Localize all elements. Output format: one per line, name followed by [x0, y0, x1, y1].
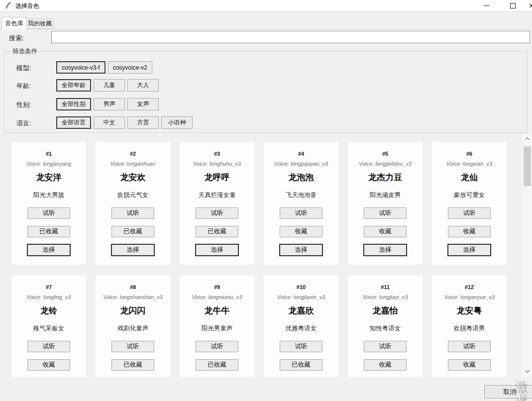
filter-option-button[interactable]: cosyvoice-v3-f: [56, 61, 106, 74]
close-button[interactable]: ✕: [527, 1, 532, 10]
listen-button[interactable]: 试听: [364, 207, 407, 219]
select-button[interactable]: 选择: [447, 244, 491, 256]
filter-section: 筛选条件 模型: cosyvoice-v3-fcosyvoice-v2 年龄: …: [4, 51, 528, 133]
voice-index: #6: [466, 151, 472, 157]
voice-index: #11: [381, 284, 390, 290]
voice-card: #12 Voice: longanyue_v3 龙安粤 欢脱粤语男 试听 收藏 …: [432, 275, 507, 377]
voice-name: 龙杰力豆: [368, 172, 402, 183]
voice-description: 豪放可爱女: [454, 191, 485, 200]
favorite-button[interactable]: 收藏: [280, 226, 322, 237]
listen-button[interactable]: 试听: [111, 207, 154, 219]
select-button[interactable]: 选择: [279, 244, 323, 256]
listen-button[interactable]: 试听: [448, 341, 491, 352]
filter-option-button[interactable]: 全部年龄: [56, 79, 91, 92]
voice-card: #10 Voice: longjiaxin_v3 龙嘉欣 优雅粤语女 试听 已收…: [264, 275, 338, 377]
filter-row-label: 模型:: [16, 64, 31, 73]
voice-index: #5: [382, 151, 388, 157]
filter-row: 性别: 全部性别男声女声: [4, 98, 527, 111]
voice-description: 阳光男童声: [202, 324, 233, 333]
search-input[interactable]: [51, 31, 530, 43]
cancel-button[interactable]: 取消: [484, 385, 532, 399]
listen-button[interactable]: 试听: [27, 341, 70, 352]
listen-button[interactable]: 试听: [280, 207, 322, 219]
voice-description: 阳光大男孩: [33, 191, 65, 200]
maximize-icon: [510, 3, 516, 8]
voice-card: #7 Voice: longling_v3 龙铃 稚气呆板女 试听 收藏 选择: [11, 275, 86, 377]
voice-card: #3 Voice: longhuhu_v3 龙呼呼 天真烂漫女童 试听 已收藏 …: [180, 142, 254, 265]
voice-description: 欢脱元气女: [117, 191, 149, 200]
chevron-up-icon: [525, 137, 530, 142]
voice-description: 戏剧化童声: [117, 324, 149, 333]
scrollbar-thumb[interactable]: [524, 146, 531, 186]
filter-option-button[interactable]: 大人: [127, 79, 159, 92]
filter-option-button[interactable]: cosyvoice-v2: [108, 61, 152, 74]
filter-options: 全部语言中文方言小语种: [56, 116, 193, 129]
favorite-button[interactable]: 收藏: [448, 226, 491, 237]
favorite-button[interactable]: 已收藏: [280, 359, 322, 371]
select-button[interactable]: 选择: [195, 244, 239, 256]
select-button[interactable]: 选择: [111, 244, 155, 256]
filter-option-button[interactable]: 方言: [127, 116, 159, 129]
voice-name: 龙嘉欣: [289, 305, 314, 316]
voice-index: #7: [46, 284, 52, 290]
favorite-button[interactable]: 已收藏: [27, 226, 70, 237]
listen-button[interactable]: 试听: [196, 341, 238, 352]
tab-voice-library[interactable]: 音色库: [1, 17, 27, 29]
scroll-down-button[interactable]: [523, 367, 532, 376]
filter-option-button[interactable]: 儿童: [94, 79, 125, 92]
scroll-up-button[interactable]: [523, 134, 532, 143]
favorite-button[interactable]: 收藏: [364, 226, 407, 237]
filter-option-button[interactable]: 全部语言: [56, 116, 91, 129]
filter-option-button[interactable]: 小语种: [161, 116, 193, 129]
filter-option-button[interactable]: 女声: [127, 98, 159, 110]
filter-options: 全部年龄儿童大人: [56, 79, 159, 92]
listen-button[interactable]: 试听: [196, 207, 238, 219]
select-button[interactable]: 选择: [363, 244, 407, 256]
tab-my-favorites[interactable]: 我的收藏: [27, 18, 53, 29]
favorite-button[interactable]: 已收藏: [196, 226, 238, 237]
voice-description: 知性粤语女: [370, 324, 401, 333]
chevron-down-icon: [525, 368, 530, 373]
voice-card: #5 Voice: longjielidou_v3 龙杰力豆 阳光顽皮男 试听 …: [348, 142, 423, 265]
listen-button[interactable]: 试听: [111, 341, 154, 352]
filter-row: 语言: 全部语言中文方言小语种: [4, 116, 527, 129]
favorite-button[interactable]: 收藏: [27, 359, 70, 371]
vertical-scrollbar[interactable]: [523, 134, 532, 377]
maximize-button[interactable]: [508, 1, 517, 10]
minimize-icon: [484, 5, 489, 6]
voice-index: #3: [214, 151, 220, 157]
filter-options: 全部性别男声女声: [56, 98, 159, 110]
filter-option-button[interactable]: 中文: [94, 116, 125, 129]
voice-id: Voice: longling_v3: [27, 294, 71, 300]
favorite-button[interactable]: 收藏: [448, 359, 491, 371]
voice-description: 稚气呆板女: [33, 324, 65, 333]
voice-card: #11 Voice: longjiayi_v3 龙嘉怡 知性粤语女 试听 收藏 …: [348, 275, 423, 377]
voice-name: 龙闪闪: [120, 305, 146, 316]
filter-option-button[interactable]: 男声: [94, 98, 125, 110]
voice-index: #12: [465, 284, 474, 290]
voice-name: 龙安粤: [457, 305, 482, 316]
favorite-button[interactable]: 收藏: [364, 359, 407, 371]
listen-button[interactable]: 试听: [364, 341, 407, 352]
voice-name: 龙呼呼: [205, 172, 230, 183]
filter-options: cosyvoice-v3-fcosyvoice-v2: [56, 61, 152, 74]
listen-button[interactable]: 试听: [280, 341, 322, 352]
listen-button[interactable]: 试听: [448, 207, 491, 219]
voice-id: Voice: longniuniu_v3: [192, 294, 242, 300]
voice-name: 龙仙: [461, 172, 478, 183]
close-icon: ✕: [529, 2, 532, 9]
voice-id: Voice: longpaopao_v3: [274, 161, 328, 167]
filter-row: 年龄: 全部年龄儿童大人: [4, 79, 527, 92]
favorite-button[interactable]: 已收藏: [111, 359, 154, 371]
listen-button[interactable]: 试听: [27, 207, 70, 219]
voice-index: #9: [214, 284, 220, 290]
favorite-button[interactable]: 已收藏: [196, 359, 238, 371]
favorite-button[interactable]: 已收藏: [111, 226, 154, 237]
voice-description: 优雅粤语女: [286, 324, 317, 333]
select-button[interactable]: 选择: [27, 244, 71, 256]
minimize-button[interactable]: [482, 1, 491, 10]
filter-option-button[interactable]: 全部性别: [56, 98, 91, 110]
voice-card-canvas: #1 Voice: longanyang 龙安洋 阳光大男孩 试听 已收藏 选择…: [4, 134, 523, 377]
voice-index: #10: [297, 284, 306, 290]
voice-name: 龙嘉怡: [373, 305, 398, 316]
